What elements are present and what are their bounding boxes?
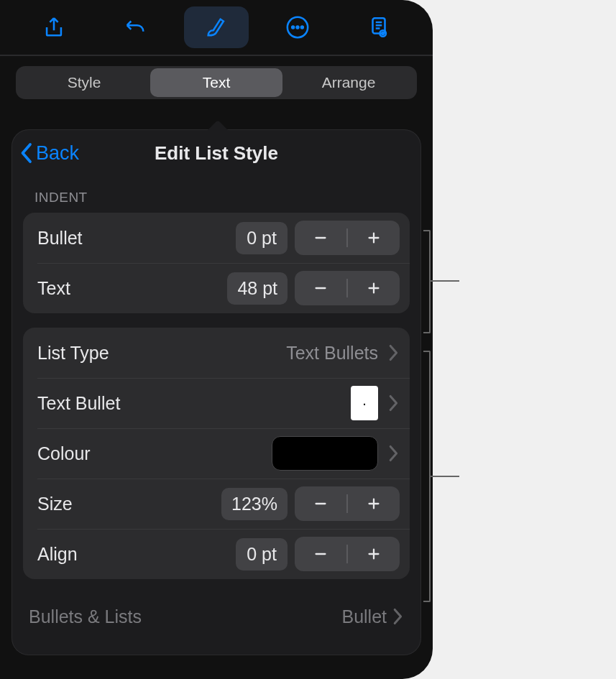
bullet-indent-decrease[interactable] <box>295 221 346 255</box>
text-bullet-row[interactable]: Text Bullet · <box>23 378 410 428</box>
align-label: Align <box>37 544 236 565</box>
back-button[interactable]: Back <box>19 142 79 165</box>
align-row: Align 0 pt <box>23 529 410 579</box>
align-value[interactable]: 0 pt <box>236 538 288 571</box>
plus-icon <box>366 496 382 512</box>
plus-icon <box>366 546 382 562</box>
callout-bracket-list <box>423 351 431 602</box>
size-value[interactable]: 123% <box>221 488 288 520</box>
callout-line-indent <box>431 280 459 282</box>
indent-header: INDENT <box>12 177 421 213</box>
size-decrease[interactable] <box>295 486 346 521</box>
bullets-lists-value: Bullet <box>341 606 404 627</box>
text-bullet-label: Text Bullet <box>37 393 351 414</box>
chevron-right-icon <box>392 608 404 625</box>
tab-text[interactable]: Text <box>150 68 282 97</box>
callout-line-list <box>431 476 459 477</box>
bullets-lists-row[interactable]: Bullets & Lists Bullet <box>29 593 404 639</box>
bullet-indent-increase[interactable] <box>348 221 400 255</box>
minus-icon <box>313 546 328 562</box>
chevron-right-icon <box>388 394 400 412</box>
tab-style[interactable]: Style <box>18 68 150 97</box>
bullets-lists-label: Bullets & Lists <box>29 606 341 627</box>
view-button[interactable] <box>346 6 411 48</box>
text-indent-decrease[interactable] <box>295 271 346 305</box>
tab-arrange[interactable]: Arrange <box>282 68 415 97</box>
indent-group: Bullet 0 pt Text 48 pt <box>23 213 410 313</box>
svg-point-2 <box>297 27 299 29</box>
share-button[interactable] <box>22 6 86 48</box>
share-icon <box>42 15 66 40</box>
format-button[interactable] <box>184 6 249 48</box>
back-label: Back <box>36 142 79 165</box>
colour-swatch <box>272 436 378 471</box>
colour-row[interactable]: Colour <box>23 428 410 479</box>
size-increase[interactable] <box>348 486 400 521</box>
plus-icon <box>366 230 382 246</box>
align-stepper <box>295 537 400 571</box>
svg-point-3 <box>301 27 303 29</box>
size-label: Size <box>37 494 221 514</box>
bullet-indent-stepper <box>295 221 400 255</box>
list-type-label: List Type <box>37 343 286 364</box>
svg-point-1 <box>292 27 294 29</box>
minus-icon <box>313 230 328 246</box>
align-increase[interactable] <box>348 537 400 571</box>
bullet-indent-label: Bullet <box>37 228 236 249</box>
paintbrush-icon <box>204 15 229 40</box>
list-type-row[interactable]: List Type Text Bullets <box>23 328 410 378</box>
card-nav: Back Edit List Style <box>12 129 421 177</box>
edit-list-style-card: Back Edit List Style INDENT Bullet 0 pt <box>12 129 421 655</box>
list-type-value: Text Bullets <box>286 343 378 364</box>
svg-point-6 <box>382 32 385 34</box>
card-title: Edit List Style <box>155 142 278 165</box>
doc-view-icon <box>367 15 391 40</box>
text-indent-label: Text <box>37 278 227 299</box>
list-settings-group: List Type Text Bullets Text Bullet · Col… <box>23 328 410 579</box>
size-stepper <box>295 486 400 521</box>
callout-bracket-indent <box>423 230 431 333</box>
text-indent-row: Text 48 pt <box>23 263 410 313</box>
format-panel: Style Text Arrange Back Edit List Style … <box>0 0 433 679</box>
chevron-right-icon <box>388 344 400 361</box>
plus-icon <box>366 280 382 296</box>
minus-icon <box>313 496 328 512</box>
format-tabs: Style Text Arrange <box>16 66 417 99</box>
align-decrease[interactable] <box>295 537 346 571</box>
text-indent-value[interactable]: 48 pt <box>227 272 288 305</box>
top-toolbar <box>0 0 433 56</box>
bullet-indent-row: Bullet 0 pt <box>23 213 410 263</box>
undo-icon <box>123 15 147 40</box>
bullet-glyph-preview: · <box>351 386 378 420</box>
minus-icon <box>313 280 328 296</box>
text-indent-increase[interactable] <box>348 271 400 305</box>
size-row: Size 123% <box>23 479 410 529</box>
more-button[interactable] <box>265 6 330 48</box>
chevron-left-icon <box>19 142 33 164</box>
bullet-indent-value[interactable]: 0 pt <box>236 222 288 254</box>
undo-button[interactable] <box>103 6 167 48</box>
text-indent-stepper <box>295 271 400 305</box>
chevron-right-icon <box>388 445 400 462</box>
colour-label: Colour <box>37 443 272 464</box>
ellipsis-circle-icon <box>285 15 310 40</box>
